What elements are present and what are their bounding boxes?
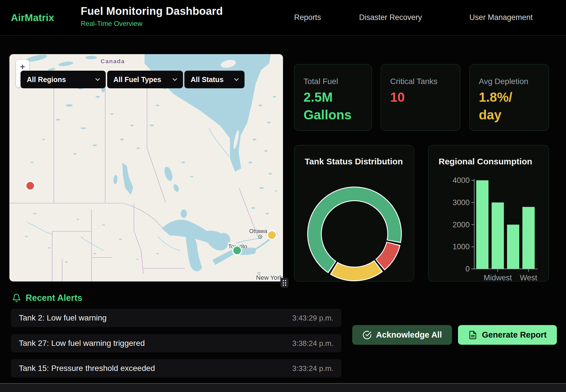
kpi-card-critical-tanks: Critical Tanks 10 [381,64,460,131]
bar-1 [476,180,488,269]
grip-dots-icon [281,279,288,287]
kpi-card-avg-depletion: Avg Depletion 1.8%/day [469,64,549,131]
status-filter-dropdown[interactable]: All Status [184,71,245,88]
alert-timestamp: 3:38:24 p.m. [292,339,333,348]
kpi-label: Critical Tanks [390,77,437,86]
title-block: Fuel Monitoring Dashboard Real-Time Over… [81,5,223,28]
alert-row[interactable]: Tank 27: Low fuel warning triggered 3:38… [11,334,341,352]
kpi-value: 1.8%/day [479,88,512,124]
bell-icon [12,293,21,303]
map-filter-bar: All Regions All Fuel Types All Status [21,71,245,88]
page-title: Fuel Monitoring Dashboard [81,5,223,17]
nav-item-reports[interactable]: Reports [294,13,321,22]
fuel-type-filter-value: All Fuel Types [113,75,161,84]
bar-3 [507,225,519,269]
page-subtitle: Real-Time Overview [81,20,223,28]
bar-2 [492,203,504,269]
region-filter-dropdown[interactable]: All Regions [21,71,106,88]
fuel-monitoring-dashboard: AirMatrix Fuel Monitoring Dashboard Real… [0,0,566,392]
map-panel[interactable]: Canada Ottawa Toronto New York + − All [9,54,283,281]
regional-consumption-card: Regional Consumption 01000200030004000Mi… [428,145,549,281]
acknowledge-all-button[interactable]: Acknowledge All [352,325,452,345]
status-filter-value: All Status [191,75,223,84]
nav-item-disaster-recovery[interactable]: Disaster Recovery [359,13,422,22]
kpi-label: Avg Depletion [479,77,528,86]
chevron-down-icon [172,78,177,81]
y-tick-label: 0 [465,265,470,273]
donut-segment-warning [335,266,378,274]
region-filter-value: All Regions [27,75,66,84]
map-label-ottawa: Ottawa [249,228,267,234]
kpi-card-total-fuel: Total Fuel 2.5MGallons [294,64,372,131]
y-tick-label: 4000 [453,176,470,185]
x-tick-label: Midwest [484,273,512,282]
brand-logo: AirMatrix [11,12,54,23]
regional-consumption-bar-chart: 01000200030004000MidwestWest [428,145,549,282]
generate-report-label: Generate Report [482,330,547,340]
document-icon [468,330,477,340]
alert-row[interactable]: Tank 15: Pressure threshold exceeded 3:3… [11,359,341,377]
y-tick-label: 1000 [453,242,470,251]
nav-item-user-management[interactable]: User Management [469,13,533,22]
window-bottom-strip [0,383,566,392]
chevron-down-icon [95,78,100,81]
generate-report-button[interactable]: Generate Report [458,325,557,345]
alert-timestamp: 3:33:24 p.m. [292,364,333,373]
bar-4 [522,207,535,269]
donut-segment-critical [380,244,393,264]
chevron-down-icon [234,78,239,81]
alert-text: Tank 15: Pressure threshold exceeded [19,364,155,373]
x-tick-label: West [520,273,538,282]
alert-text: Tank 2: Low fuel warning [19,313,107,322]
tank-marker-normal[interactable] [233,246,242,255]
map-label-canada: Canada [101,58,125,64]
app-header: AirMatrix Fuel Monitoring Dashboard Real… [0,0,566,36]
tank-status-donut-chart [294,145,414,282]
y-tick-label: 2000 [453,220,470,229]
y-tick-label: 3000 [453,198,470,207]
tank-marker-warning[interactable] [268,231,276,240]
acknowledge-all-label: Acknowledge All [376,330,442,340]
kpi-value: 10 [390,88,405,106]
kpi-label: Total Fuel [304,77,338,86]
alert-text: Tank 27: Low fuel warning triggered [19,339,145,348]
alert-timestamp: 3:43:29 p.m. [292,314,333,322]
map-resize-handle[interactable] [280,278,288,288]
fuel-type-filter-dropdown[interactable]: All Fuel Types [107,71,183,88]
map-label-new-york: New York [256,274,283,281]
tank-status-distribution-card: Tank Status Distribution [294,145,414,281]
alert-row[interactable]: Tank 2: Low fuel warning 3:43:29 p.m. [11,309,341,327]
kpi-value: 2.5MGallons [304,88,352,124]
recent-alerts-header: Recent Alerts [12,293,82,303]
tank-marker-critical[interactable] [26,181,35,190]
recent-alerts-title: Recent Alerts [26,293,82,303]
check-circle-icon [363,330,372,340]
